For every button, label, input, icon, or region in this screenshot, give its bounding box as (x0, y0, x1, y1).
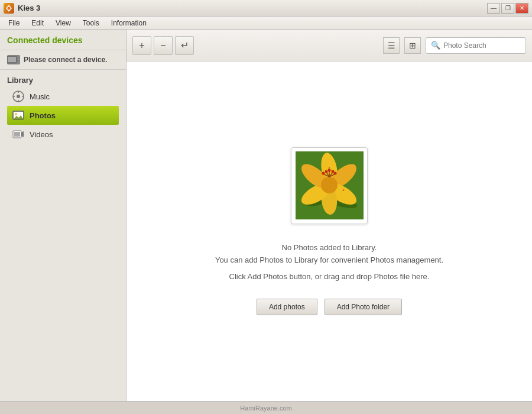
svg-rect-5 (18, 59, 20, 60)
title-bar: Kies 3 — ❐ ✕ (0, 0, 532, 17)
svg-marker-17 (21, 131, 24, 137)
flower-image (296, 151, 364, 219)
remove-button[interactable]: − (154, 36, 173, 55)
menu-information[interactable]: Information (105, 17, 153, 29)
content-area: + − ↵ ☰ ⊞ 🔍 (126, 30, 532, 401)
main-content: No Photos added to Library. You can add … (126, 62, 532, 401)
main-layout: Connected devices Please connect a devic… (0, 30, 532, 401)
list-view-button[interactable]: ☰ (383, 37, 400, 54)
menu-bar: File Edit View Tools Information (0, 17, 532, 30)
action-buttons: Add photos Add Photo folder (257, 299, 402, 315)
device-label: Please connect a device. (24, 56, 107, 64)
svg-rect-3 (8, 57, 16, 62)
close-button[interactable]: ✕ (515, 3, 528, 14)
window-controls: — ❐ ✕ (487, 3, 528, 14)
svg-point-42 (331, 170, 332, 171)
search-input[interactable] (443, 41, 520, 50)
svg-point-14 (15, 113, 17, 115)
videos-icon (12, 128, 25, 141)
restore-button[interactable]: ❐ (501, 3, 514, 14)
import-button[interactable]: ↵ (175, 36, 194, 55)
svg-point-41 (326, 170, 327, 171)
no-photos-line1: No Photos added to Library. (215, 242, 443, 254)
minimize-button[interactable]: — (487, 3, 500, 14)
title-left: Kies 3 (4, 3, 40, 14)
library-section: Library Music (0, 70, 126, 147)
toolbar: + − ↵ ☰ ⊞ 🔍 (126, 30, 532, 62)
svg-point-39 (322, 172, 325, 175)
add-photo-folder-button[interactable]: Add Photo folder (325, 299, 402, 315)
svg-point-40 (328, 167, 330, 169)
watermark-text: HamiRayane.com (240, 405, 291, 412)
photos-icon (12, 109, 25, 122)
sidebar-item-music[interactable]: Music (7, 87, 119, 106)
add-photos-button[interactable]: Add photos (257, 299, 317, 315)
menu-edit[interactable]: Edit (25, 17, 50, 29)
menu-tools[interactable]: Tools (77, 17, 105, 29)
device-status: Please connect a device. (0, 50, 126, 70)
menu-view[interactable]: View (50, 17, 77, 29)
add-button[interactable]: + (132, 36, 151, 55)
no-photos-line2: You can add Photos to Library for conven… (215, 254, 443, 267)
svg-point-7 (17, 95, 20, 98)
photo-thumbnail (291, 147, 368, 224)
menu-file[interactable]: File (2, 17, 25, 29)
connected-devices-header: Connected devices (0, 30, 126, 50)
status-bar: HamiRayane.com (0, 401, 532, 414)
photos-label: Photos (30, 111, 56, 120)
videos-label: Videos (30, 130, 53, 139)
sidebar-item-photos[interactable]: Photos (7, 106, 119, 125)
device-icon (7, 55, 20, 64)
music-label: Music (30, 92, 50, 101)
sidebar-item-videos[interactable]: Videos (7, 125, 119, 144)
svg-point-1 (8, 7, 11, 9)
toolbar-left: + − ↵ (132, 36, 194, 55)
sidebar: Connected devices Please connect a devic… (0, 30, 126, 401)
app-title: Kies 3 (18, 4, 40, 12)
svg-rect-18 (14, 132, 20, 137)
connected-devices-title: Connected devices (7, 35, 119, 45)
svg-point-29 (321, 177, 338, 193)
app-icon (4, 3, 14, 14)
no-photos-message: No Photos added to Library. You can add … (215, 242, 443, 267)
search-icon: 🔍 (431, 41, 440, 50)
grid-view-button[interactable]: ⊞ (404, 37, 421, 54)
svg-point-36 (327, 169, 330, 172)
no-photos-hint: Click Add Photos button, or drag and dro… (229, 272, 430, 281)
search-box: 🔍 (426, 37, 526, 54)
music-icon (12, 90, 25, 103)
library-title: Library (7, 76, 119, 85)
toolbar-right: ☰ ⊞ 🔍 (383, 37, 526, 54)
svg-point-38 (333, 172, 336, 175)
